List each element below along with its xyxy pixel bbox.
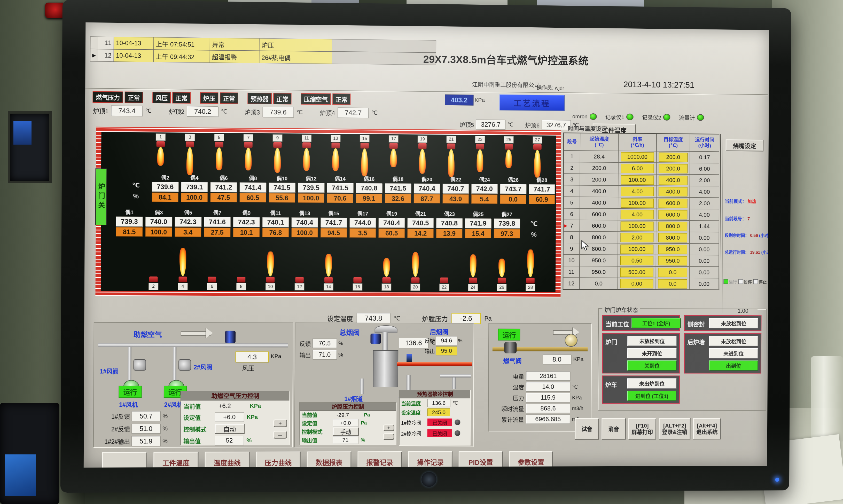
control-row-value[interactable]: 自动	[215, 424, 245, 434]
schedule-row[interactable]: 10 950.0 0.50 950.0 0.00	[563, 255, 720, 267]
status-badge-name: 燃气压力	[92, 91, 123, 103]
system-button[interactable]: [F10] 屏幕打印	[628, 418, 656, 439]
rate-cell[interactable]: 0.00	[621, 279, 653, 288]
fan-feedback-unit: %	[162, 413, 168, 419]
target-temp-cell[interactable]: 400.0	[659, 175, 687, 185]
nav-button[interactable]: 温度曲线	[204, 452, 250, 468]
schedule-row[interactable]: 6 600.0 4.00 600.0 4.00	[563, 209, 720, 221]
burner-number: 28	[525, 284, 535, 291]
target-temp-cell[interactable]: 600.0	[658, 210, 687, 219]
thermocouple-label: 偶20	[422, 175, 432, 183]
target-temp-cell[interactable]: 0.0	[658, 268, 687, 277]
system-button[interactable]: 试音	[575, 418, 599, 440]
target-temp-cell[interactable]: 800.0	[658, 233, 687, 242]
target-temp-cell[interactable]: 400.0	[659, 187, 687, 196]
thermocouple: 偶9 742.3 10.1	[232, 209, 261, 237]
air-output-plus-button[interactable]: +	[273, 419, 287, 427]
control-row-value[interactable]: +0.0	[333, 419, 358, 427]
current-temp-value: 136.6	[427, 399, 450, 407]
control-row-value[interactable]: -29.7	[333, 411, 361, 418]
target-temp-cell[interactable]: 200.0	[659, 152, 687, 162]
duct1-label: 1#烟道	[344, 394, 363, 403]
status-badge-name: 炉压	[200, 92, 218, 104]
burner: 7	[234, 134, 263, 176]
air-valve1-icon	[133, 359, 146, 371]
control-row-value[interactable]: 71	[333, 436, 358, 444]
rate-cell[interactable]: 2.00	[621, 233, 653, 242]
control-row-value[interactable]: 52	[215, 436, 244, 445]
nav-button[interactable]	[102, 452, 147, 468]
schedule-row[interactable]: 11 950.0 500.00 0.0 0.00	[563, 266, 720, 278]
target-temp-cell[interactable]: 200.0	[659, 164, 687, 173]
nav-button[interactable]: 数据报表	[307, 451, 352, 468]
target-temp-cell[interactable]: 800.0	[658, 221, 687, 231]
rate-cell[interactable]: 1000.00	[621, 152, 654, 162]
burner-number: 18	[381, 284, 391, 291]
run-checkbox[interactable]: 运行	[723, 278, 737, 285]
set-temp-value[interactable]: 245.0	[427, 409, 450, 416]
nav-button[interactable]: 操作记录	[408, 451, 452, 468]
nav-button[interactable]: 工件温度	[154, 452, 199, 467]
run-label: 运行	[729, 278, 737, 285]
schedule-row[interactable]: 3 200.0 100.00 400.0 2.00	[563, 174, 720, 186]
nav-button[interactable]: 报警记录	[357, 451, 402, 468]
schedule-row[interactable]: 5 400.0 100.00 600.0 2.00	[563, 197, 720, 209]
burner-settings-button[interactable]: 烧嘴设定	[725, 140, 764, 151]
thermocouple: 偶2 739.6 84.1	[150, 174, 180, 202]
thermocouple: 偶7 741.6 27.5	[202, 209, 232, 237]
rate-cell[interactable]: 6.00	[621, 164, 654, 173]
rate-cell[interactable]: 100.00	[621, 244, 653, 254]
burner-number: 9	[272, 134, 282, 142]
chamber-output-minus-button[interactable]: －	[383, 433, 394, 440]
schedule-row[interactable]: ▶7 600.0 100.00 800.0 1.44	[563, 220, 720, 232]
control-row-value[interactable]: +6.2	[215, 401, 247, 410]
thermocouple-temp: 740.5	[407, 218, 434, 228]
preheater-cooling-control-panel: 预热器掺冷控制 当前温度 136.6 ℃ 设定温度 245.0 1#掺冷阀 已关…	[399, 390, 471, 446]
thermocouple-label: 偶13	[299, 209, 310, 217]
thermocouple-temp: 740.4	[291, 217, 318, 228]
chamber-output-plus-button[interactable]: +	[383, 425, 394, 431]
control-row-value[interactable]: +6.0	[215, 412, 244, 421]
fan-feedback-row: 1#反馈 50.7 %	[96, 411, 168, 421]
schedule-row[interactable]: 8 800.0 2.00 800.0 0.00	[563, 231, 720, 244]
system-button[interactable]: [Alt+F4] 退出系统	[693, 418, 721, 439]
cooling-valve2-row: 2#掺冷阀 已关闭	[399, 428, 470, 439]
bottom-nav-row: 工件温度 温度曲线 压力曲线 数据报表 报警记录 操作记录 PID设置 参数设置	[102, 451, 553, 468]
datetime-display: 2013-4-10 13:27:51	[624, 80, 695, 90]
target-temp-cell[interactable]: 950.0	[658, 245, 687, 254]
flame-icon	[448, 149, 454, 177]
schedule-row[interactable]: 1 28.4 1000.00 200.0 0.17	[564, 150, 720, 163]
stop-checkbox[interactable]: 停止	[753, 278, 767, 285]
current-temp-label: 当前温度	[401, 399, 425, 407]
schedule-table[interactable]: 段号起始温度(℃)斜率(℃/h)目标温度(℃)运行时间(小时) 1 28.4 1…	[562, 132, 721, 290]
target-temp-cell[interactable]: 600.0	[659, 199, 687, 208]
rate-cell[interactable]: 100.00	[621, 198, 653, 208]
system-button[interactable]: 消音	[602, 418, 626, 440]
target-temp-cell[interactable]: 950.0	[658, 256, 687, 266]
status-chip: 进到位 (工位1)	[627, 391, 677, 401]
rate-cell[interactable]: 0.50	[621, 256, 653, 265]
rate-cell[interactable]: 4.00	[621, 210, 653, 219]
rate-cell[interactable]: 500.00	[621, 268, 653, 277]
rate-cell[interactable]: 100.00	[621, 175, 654, 185]
control-row-value[interactable]: 手动	[333, 427, 359, 436]
nav-button[interactable]: PID设置	[459, 451, 503, 468]
schedule-row[interactable]: 12 0.0 0.00 0.0 0.00	[563, 277, 720, 290]
rate-cell[interactable]: 4.00	[621, 187, 653, 196]
valve2-knob-icon[interactable]	[454, 430, 460, 436]
thermocouple: 偶27 739.8 97.3	[492, 210, 521, 238]
schedule-row[interactable]: 9 800.0 100.00 950.0 0.00	[563, 243, 720, 255]
schedule-row[interactable]: 2 200.0 6.00 200.0 6.00	[563, 162, 720, 175]
start-temp-cell: 200.0	[580, 174, 618, 186]
nav-button[interactable]: 压力曲线	[256, 452, 300, 468]
valve1-knob-icon[interactable]	[454, 419, 460, 425]
process-flow-button[interactable]: 工艺流程	[500, 94, 565, 111]
air-output-minus-button[interactable]: －	[273, 431, 287, 439]
burner: 16	[343, 240, 372, 291]
rate-cell[interactable]: 100.00	[621, 221, 653, 231]
pause-checkbox[interactable]: 暂停	[738, 278, 752, 285]
system-button[interactable]: [ALT+F2] 登录&注销	[659, 418, 690, 439]
schedule-row[interactable]: 4 400.0 4.00 400.0 4.00	[563, 185, 720, 198]
target-temp-cell[interactable]: 0.0	[658, 279, 687, 288]
nav-button[interactable]: 参数设置	[509, 451, 553, 468]
